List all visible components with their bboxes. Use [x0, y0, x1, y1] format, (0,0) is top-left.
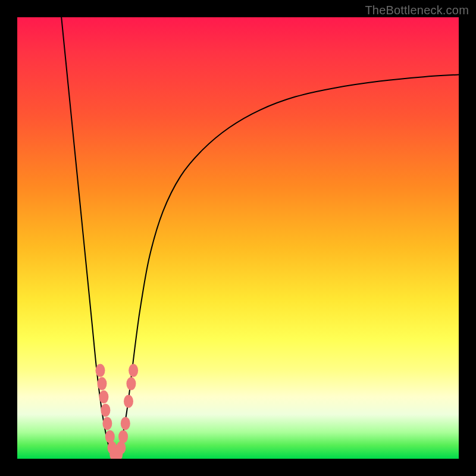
data-marker	[129, 364, 138, 377]
curves-svg	[17, 17, 459, 459]
bottleneck-curve-right	[114, 74, 459, 459]
data-marker	[121, 417, 130, 430]
data-marker	[105, 430, 115, 443]
data-marker	[95, 364, 105, 377]
data-marker	[97, 377, 107, 390]
chart-frame: TheBottleneck.com	[0, 0, 476, 476]
data-marker	[118, 430, 128, 443]
data-marker	[126, 377, 136, 390]
data-marker	[99, 390, 108, 403]
data-marker	[101, 403, 110, 416]
data-marker	[102, 417, 112, 430]
plot-area	[17, 17, 459, 459]
data-marker	[116, 441, 126, 454]
data-marker	[124, 395, 133, 408]
watermark-text: TheBottleneck.com	[365, 4, 469, 17]
markers-group	[95, 364, 138, 459]
